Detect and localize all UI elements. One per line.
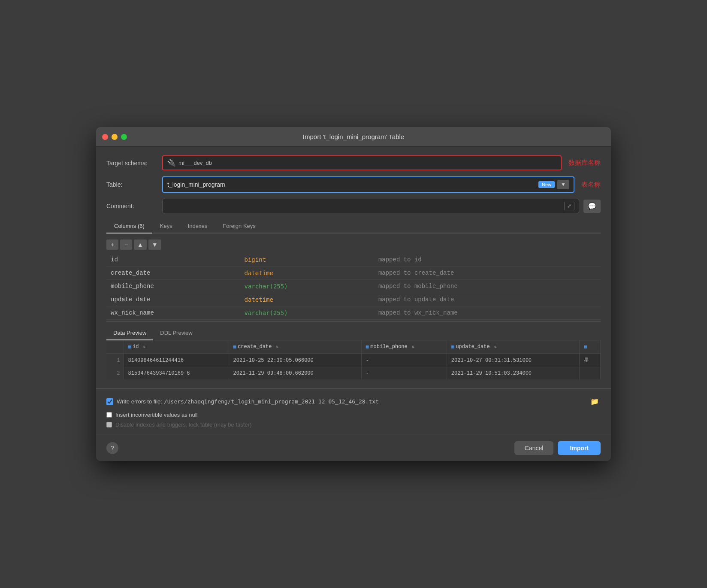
data-row: 1 814098464611244416 2021-10-25 22:30:05… — [106, 354, 601, 367]
column-row: mobile_phone varchar(255) mapped to mobi… — [106, 280, 601, 293]
column-type: varchar(255) — [240, 280, 374, 293]
schema-tabs: Columns (6) Keys Indexes Foreign Keys — [106, 219, 601, 233]
tabs-bar: Columns (6) Keys Indexes Foreign Keys — [106, 219, 601, 233]
bottom-bar: ? Cancel Import — [96, 435, 611, 461]
sort-icon: ⇅ — [409, 345, 414, 349]
schema-input[interactable]: 🔌 mi___dev_db — [162, 155, 562, 170]
browse-folder-button[interactable]: 📁 — [589, 396, 601, 407]
move-up-button[interactable]: ▲ — [134, 239, 147, 250]
cell-create-date: 2021-10-25 22:30:05.066000 — [229, 354, 361, 367]
options-row: Insert inconvertible values as null Disa… — [106, 412, 601, 428]
column-name: create_date — [106, 267, 240, 280]
table-input[interactable]: t_login_mini_program New ▼ — [162, 176, 574, 193]
cell-extra: 星 — [579, 354, 600, 367]
tab-indexes[interactable]: Indexes — [180, 219, 215, 233]
sort-icon: ⇅ — [492, 345, 497, 349]
close-button[interactable] — [102, 134, 108, 140]
target-schema-label: Target schema: — [106, 160, 162, 167]
column-icon: ▦ — [366, 344, 369, 349]
add-column-button[interactable]: + — [106, 239, 118, 250]
column-row: id bigint mapped to id — [106, 253, 601, 267]
column-name: update_date — [106, 293, 240, 306]
window-title: Import 't_login_mini_program' Table — [303, 133, 404, 140]
disable-indexes-label: Disable indexes and triggers, lock table… — [115, 421, 251, 428]
table-value: t_login_mini_program — [167, 181, 538, 188]
disable-indexes-checkbox[interactable] — [106, 422, 112, 427]
move-down-button[interactable]: ▼ — [148, 239, 161, 250]
comment-input[interactable]: ⤢ — [162, 199, 579, 213]
header-id: ▦id ⇅ — [124, 340, 229, 354]
table-row: Table: t_login_mini_program New ▼ 表名称 — [106, 176, 601, 193]
action-buttons: Cancel Import — [514, 441, 601, 455]
dialog-content: Target schema: 🔌 mi___dev_db 数据库名称 Table… — [96, 147, 611, 388]
help-button[interactable]: ? — [106, 442, 118, 454]
connection-icon: 🔌 — [167, 159, 176, 167]
row-number: 2 — [106, 367, 124, 380]
tab-data-preview[interactable]: Data Preview — [106, 326, 153, 340]
maximize-button[interactable] — [121, 134, 127, 140]
traffic-lights — [102, 134, 127, 140]
column-row: update_date datetime mapped to update_da… — [106, 293, 601, 306]
column-icon: ▦ — [584, 344, 587, 349]
column-mapping: mapped to update_date — [374, 293, 601, 306]
tab-keys[interactable]: Keys — [152, 219, 180, 233]
column-mapping: mapped to mobile_phone — [374, 280, 601, 293]
remove-column-button[interactable]: − — [120, 239, 132, 250]
title-bar: Import 't_login_mini_program' Table — [96, 127, 611, 147]
write-errors-checkbox-wrapper: Write errors to file: — [106, 398, 162, 405]
target-schema-row: Target schema: 🔌 mi___dev_db 数据库名称 — [106, 155, 601, 170]
new-badge: New — [538, 181, 555, 188]
columns-table: id bigint mapped to id create_date datet… — [106, 253, 601, 320]
footer: Write errors to file: /Users/zhaoqingfen… — [96, 388, 611, 435]
header-create_date: ▦create_date ⇅ — [229, 340, 361, 354]
insert-null-checkbox[interactable] — [106, 412, 112, 418]
column-type: datetime — [240, 293, 374, 306]
data-preview-table: ▦id ⇅▦create_date ⇅▦mobile_phone ⇅▦updat… — [106, 340, 601, 380]
insert-null-label: Insert inconvertible values as null — [115, 412, 198, 418]
table-label: Table: — [106, 181, 162, 188]
column-name: mobile_phone — [106, 280, 240, 293]
cell-create-date: 2021-11-29 09:48:00.662000 — [229, 367, 361, 380]
expand-button[interactable]: ⤢ — [564, 202, 574, 210]
cell-update-date: 2021-10-27 00:31:31.531000 — [447, 354, 579, 367]
write-errors-label: Write errors to file: — [117, 398, 162, 405]
column-name: id — [106, 253, 240, 267]
column-row: create_date datetime mapped to create_da… — [106, 267, 601, 280]
column-icon: ▦ — [233, 344, 236, 349]
sort-icon: ⇅ — [141, 345, 146, 349]
preview-tabs: Data Preview DDL Preview — [106, 326, 601, 340]
insert-null-option: Insert inconvertible values as null — [106, 412, 601, 418]
row-num-header — [106, 340, 124, 354]
comment-row: Comment: ⤢ 💬 — [106, 199, 601, 213]
tab-columns[interactable]: Columns (6) — [106, 219, 152, 233]
cell-id: 815347643934710169 6 — [124, 367, 229, 380]
import-dialog: Import 't_login_mini_program' Table Targ… — [96, 127, 611, 461]
comment-label: Comment: — [106, 203, 162, 209]
column-mapping: mapped to create_date — [374, 267, 601, 280]
header-update_date: ▦update_date ⇅ — [447, 340, 579, 354]
cell-update-date: 2021-11-29 10:51:03.234000 — [447, 367, 579, 380]
import-button[interactable]: Import — [558, 441, 601, 455]
cancel-button[interactable]: Cancel — [514, 441, 554, 455]
column-row: wx_nick_name varchar(255) mapped to wx_n… — [106, 306, 601, 320]
data-row: 2 815347643934710169 6 2021-11-29 09:48:… — [106, 367, 601, 380]
column-name: wx_nick_name — [106, 306, 240, 320]
column-type: bigint — [240, 253, 374, 267]
table-annotation: 表名称 — [581, 181, 601, 189]
row-number: 1 — [106, 354, 124, 367]
data-preview-wrapper: ▦id ⇅▦create_date ⇅▦mobile_phone ⇅▦updat… — [106, 340, 601, 380]
column-icon: ▦ — [128, 344, 131, 349]
write-errors-checkbox[interactable] — [106, 398, 113, 405]
tab-foreign-keys[interactable]: Foreign Keys — [215, 219, 263, 233]
sort-icon: ⇅ — [273, 345, 278, 349]
header-mobile_phone: ▦mobile_phone ⇅ — [361, 340, 447, 354]
comment-button[interactable]: 💬 — [583, 200, 601, 213]
divider — [106, 321, 601, 322]
table-dropdown-button[interactable]: ▼ — [557, 180, 569, 189]
minimize-button[interactable] — [112, 134, 118, 140]
column-icon: ▦ — [451, 344, 454, 349]
tab-ddl-preview[interactable]: DDL Preview — [153, 326, 199, 340]
schema-annotation: 数据库名称 — [568, 159, 601, 167]
cell-extra — [579, 367, 600, 380]
cell-id: 814098464611244416 — [124, 354, 229, 367]
